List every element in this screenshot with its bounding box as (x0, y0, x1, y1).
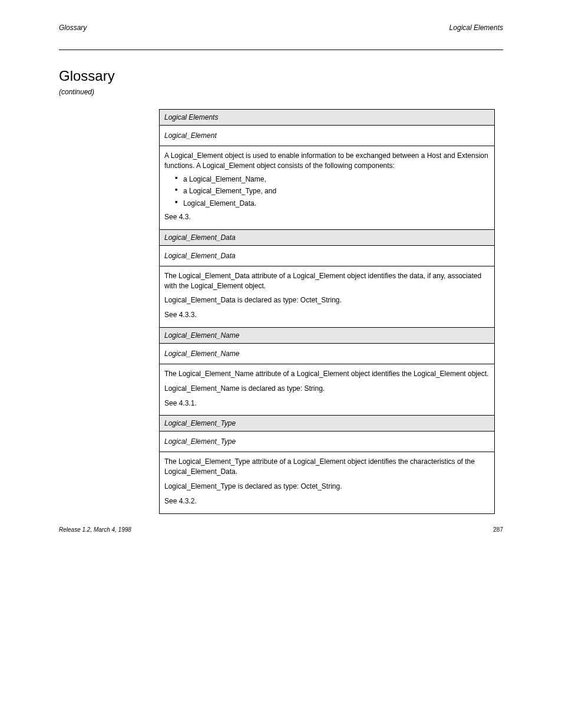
xref-link[interactable]: See 4.3.3. (164, 311, 197, 319)
section-heading: Logical_Element_Data (160, 229, 495, 245)
page-footer: Release 1.2, March 4, 1998 287 (59, 526, 503, 533)
def-paragraph: The Logical_Element_Type attribute of a … (164, 457, 490, 477)
header-rule (59, 50, 503, 50)
def-paragraph: Logical_Element_Data is declared as type… (164, 295, 490, 305)
def-paragraph: Logical_Element_Type is declared as type… (164, 482, 490, 492)
section-head: Logical Elements (160, 110, 495, 126)
def-row: The Logical_Element_Type attribute of a … (160, 452, 495, 513)
def-paragraph: The Logical_Element_Data attribute of a … (164, 271, 490, 291)
term-row: Logical_Element_Name (160, 343, 495, 364)
term-row: Logical_Element_Data (160, 245, 495, 266)
def-cell: A Logical_Element object is used to enab… (160, 146, 495, 230)
term-cell: Logical_Element_Name (160, 343, 495, 364)
def-row: A Logical_Element object is used to enab… (160, 146, 495, 230)
def-paragraph: Logical_Element_Name is declared as type… (164, 384, 490, 394)
section-heading: Logical_Element_Name (160, 327, 495, 343)
def-cell: The Logical_Element_Data attribute of a … (160, 266, 495, 327)
def-tail: See 4.3. (164, 212, 490, 222)
header-left: Glossary (59, 24, 87, 32)
def-paragraph: The Logical_Element_Name attribute of a … (164, 369, 490, 379)
header-right: Logical Elements (449, 24, 503, 32)
def-list-item: Logical_Element_Data. (175, 199, 490, 209)
def-lead: A Logical_Element object is used to enab… (164, 151, 488, 170)
page-header: Glossary Logical Elements (59, 24, 503, 32)
page: Glossary Logical Elements Glossary (cont… (0, 0, 562, 549)
section-head: Logical_Element_Data (160, 229, 495, 245)
section-heading: Logical_Element_Type (160, 416, 495, 431)
term-cell: Logical_Element (160, 126, 495, 146)
def-list: a Logical_Element_Name, a Logical_Elemen… (175, 174, 490, 209)
xref-link[interactable]: See 4.3.1. (164, 399, 197, 407)
section-heading: Logical Elements (160, 110, 495, 126)
term-row: Logical_Element (160, 126, 495, 146)
xref-link[interactable]: See 4.3. (164, 213, 191, 221)
def-row: The Logical_Element_Data attribute of a … (160, 266, 495, 327)
glossary-table: Logical Elements Logical_Element A Logic… (159, 109, 495, 514)
section-head: Logical_Element_Name (160, 327, 495, 343)
def-list-item: a Logical_Element_Type, and (175, 186, 490, 196)
page-subtitle: (continued) (59, 88, 503, 96)
term-cell: Logical_Element_Data (160, 245, 495, 266)
footer-page-number: 287 (493, 526, 503, 533)
section-head: Logical_Element_Type (160, 416, 495, 431)
xref-link[interactable]: See 4.3.2. (164, 497, 197, 505)
def-tail: See 4.3.3. (164, 310, 490, 320)
footer-left: Release 1.2, March 4, 1998 (59, 526, 131, 533)
term-cell: Logical_Element_Type (160, 431, 495, 452)
def-row: The Logical_Element_Name attribute of a … (160, 364, 495, 415)
def-tail: See 4.3.1. (164, 398, 490, 409)
def-list-item: a Logical_Element_Name, (175, 174, 490, 185)
def-tail: See 4.3.2. (164, 496, 490, 506)
def-cell: The Logical_Element_Type attribute of a … (160, 452, 495, 513)
term-row: Logical_Element_Type (160, 431, 495, 452)
page-title: Glossary (59, 68, 503, 84)
glossary-table-wrap: Logical Elements Logical_Element A Logic… (159, 109, 495, 514)
def-cell: The Logical_Element_Name attribute of a … (160, 364, 495, 415)
